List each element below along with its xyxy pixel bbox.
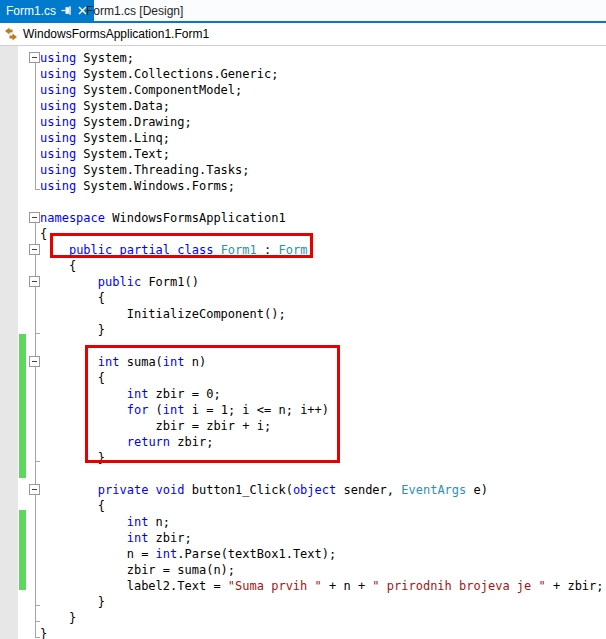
- fold-collapse-box[interactable]: [29, 484, 40, 495]
- code-line[interactable]: using System.Data;: [40, 98, 606, 114]
- code-line[interactable]: int zbir = 0;: [40, 386, 606, 402]
- tab-form1cs-design[interactable]: Form1.cs [Design]: [82, 0, 187, 21]
- code-line[interactable]: label2.Text = "Suma prvih " + n + " prir…: [40, 578, 606, 594]
- code-line[interactable]: using System.Text;: [40, 146, 606, 162]
- code-line[interactable]: using System.ComponentModel;: [40, 82, 606, 98]
- code-line[interactable]: {: [40, 290, 606, 306]
- code-line[interactable]: int suma(int n): [40, 354, 606, 370]
- code-line[interactable]: using System;: [40, 50, 606, 66]
- fold-collapse-box[interactable]: [29, 52, 40, 63]
- code-line[interactable]: [40, 466, 606, 482]
- fold-collapse-box[interactable]: [29, 356, 40, 367]
- fold-collapse-box[interactable]: [29, 244, 40, 255]
- editor-surface[interactable]: using System;using System.Collections.Ge…: [0, 46, 606, 639]
- code-line[interactable]: using System.Drawing;: [40, 114, 606, 130]
- code-line[interactable]: }: [40, 450, 606, 466]
- code-line[interactable]: {: [40, 226, 606, 242]
- code-line[interactable]: zbir = zbir + i;: [40, 418, 606, 434]
- fold-outline-line: [35, 63, 36, 189]
- code-line[interactable]: {: [40, 498, 606, 514]
- code-line[interactable]: for (int i = 1; i <= n; i++): [40, 402, 606, 418]
- tab-form1cs[interactable]: Form1.cs: [0, 0, 94, 21]
- code-line[interactable]: public Form1(): [40, 274, 606, 290]
- code-line[interactable]: {: [40, 370, 606, 386]
- code-line[interactable]: public partial class Form1 : Form: [40, 242, 606, 258]
- navigation-context: WindowsFormsApplication1.Form1: [23, 27, 209, 41]
- code-line[interactable]: int n;: [40, 514, 606, 530]
- class-icon: [3, 26, 19, 42]
- navigation-bar[interactable]: WindowsFormsApplication1.Form1: [0, 23, 606, 46]
- code-line[interactable]: private void button1_Click(object sender…: [40, 482, 606, 498]
- code-line[interactable]: }: [40, 594, 606, 610]
- fold-collapse-box[interactable]: [29, 276, 40, 287]
- indicator-margin[interactable]: [0, 46, 18, 639]
- code-line[interactable]: {: [40, 258, 606, 274]
- code-line[interactable]: InitializeComponent();: [40, 306, 606, 322]
- document-tab-bar: Form1.cs Form1.cs [Design]: [0, 0, 606, 23]
- code-area[interactable]: using System;using System.Collections.Ge…: [40, 50, 606, 639]
- code-line[interactable]: using System.Windows.Forms;: [40, 178, 606, 194]
- code-line[interactable]: n = int.Parse(textBox1.Text);: [40, 546, 606, 562]
- code-line[interactable]: zbir = suma(n);: [40, 562, 606, 578]
- code-line[interactable]: using System.Threading.Tasks;: [40, 162, 606, 178]
- code-line[interactable]: return zbir;: [40, 434, 606, 450]
- code-line[interactable]: }: [40, 322, 606, 338]
- code-line[interactable]: namespace WindowsFormsApplication1: [40, 210, 606, 226]
- changed-lines-indicator: [19, 334, 26, 478]
- code-line[interactable]: using System.Collections.Generic;: [40, 66, 606, 82]
- pin-icon[interactable]: [61, 5, 72, 16]
- tab-label: Form1.cs: [6, 4, 56, 18]
- code-line[interactable]: using System.Linq;: [40, 130, 606, 146]
- code-line[interactable]: }: [40, 610, 606, 626]
- code-line[interactable]: int zbir;: [40, 530, 606, 546]
- code-line[interactable]: }: [40, 626, 606, 639]
- code-editor-window: Form1.cs Form1.cs [Design]: [0, 0, 606, 639]
- fold-collapse-box[interactable]: [29, 212, 40, 223]
- code-line[interactable]: [40, 338, 606, 354]
- tab-label: Form1.cs [Design]: [86, 4, 183, 18]
- code-line[interactable]: [40, 194, 606, 210]
- changed-lines-indicator: [19, 510, 26, 590]
